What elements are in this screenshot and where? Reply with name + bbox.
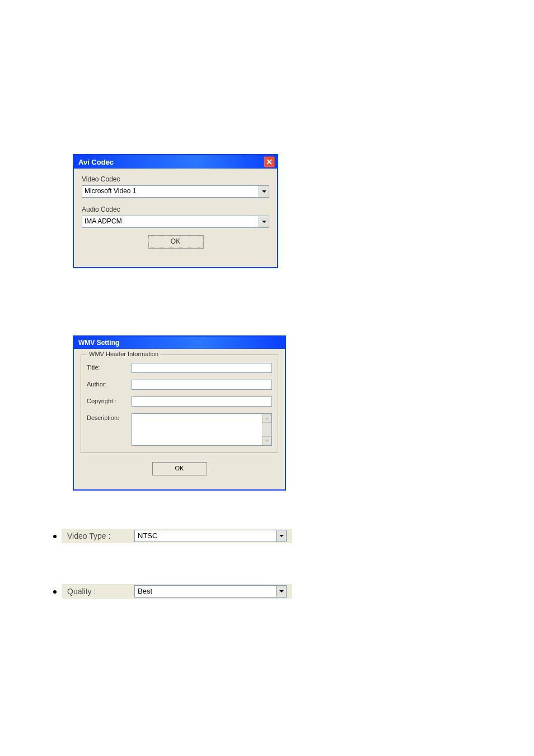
scroll-down-icon[interactable]	[262, 436, 271, 445]
bullet-icon	[53, 590, 57, 594]
avi-codec-dialog: Avi Codec Video Codec Microsoft Video 1 …	[73, 154, 278, 268]
quality-label: Quality :	[67, 587, 134, 596]
wmv-header-group: WMV Header Information Title: Author: Co…	[81, 354, 278, 453]
description-input[interactable]	[132, 413, 272, 446]
chevron-down-icon[interactable]	[276, 530, 286, 542]
audio-codec-value: IMA ADPCM	[82, 216, 259, 227]
window-title: Avi Codec	[78, 158, 114, 166]
close-icon[interactable]	[264, 156, 275, 167]
title-bar[interactable]: Avi Codec	[74, 155, 277, 169]
copyright-label: Copyright :	[87, 396, 132, 404]
audio-codec-combo[interactable]: IMA ADPCM	[82, 216, 269, 228]
quality-combo[interactable]: Best	[134, 585, 287, 598]
video-type-value: NTSC	[135, 530, 276, 542]
chevron-down-icon[interactable]	[259, 186, 269, 197]
audio-codec-label: Audio Codec	[82, 206, 269, 213]
chevron-down-icon[interactable]	[276, 586, 286, 597]
video-type-combo[interactable]: NTSC	[134, 530, 287, 542]
description-label: Description:	[87, 413, 132, 421]
quality-row: Quality : Best	[62, 584, 292, 599]
group-label: WMV Header Information	[87, 351, 161, 357]
chevron-down-icon[interactable]	[259, 216, 269, 227]
window-title: WMV Setting	[78, 339, 119, 347]
video-codec-combo[interactable]: Microsoft Video 1	[82, 185, 269, 198]
video-type-label: Video Type :	[67, 531, 134, 540]
wmv-setting-dialog: WMV Setting WMV Header Information Title…	[73, 335, 286, 491]
ok-button[interactable]: OK	[152, 462, 207, 475]
video-codec-value: Microsoft Video 1	[82, 186, 259, 197]
bullet-icon	[53, 535, 57, 538]
copyright-input[interactable]	[132, 396, 272, 407]
author-label: Author:	[87, 380, 132, 388]
title-input[interactable]	[132, 363, 272, 373]
ok-button[interactable]: OK	[148, 236, 203, 248]
author-input[interactable]	[132, 380, 272, 390]
title-bar[interactable]: WMV Setting	[74, 337, 285, 349]
quality-value: Best	[135, 586, 276, 597]
video-type-row: Video Type : NTSC	[62, 529, 292, 543]
scroll-up-icon[interactable]	[262, 414, 271, 423]
video-codec-label: Video Codec	[82, 175, 269, 183]
title-label: Title:	[87, 363, 132, 371]
scrollbar[interactable]	[262, 414, 271, 445]
